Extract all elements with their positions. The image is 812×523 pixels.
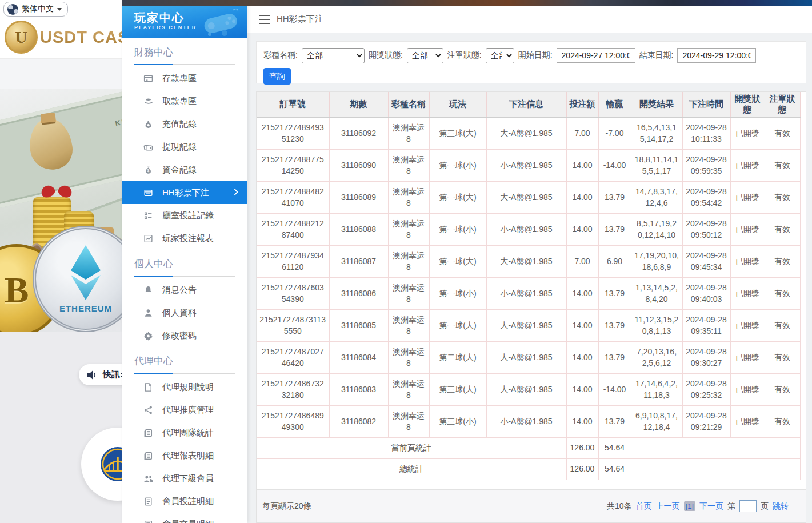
table-cell: 澳洲幸运8 xyxy=(388,341,429,373)
sidebar-item-label: 代理報表明細 xyxy=(162,450,214,461)
table-cell: 第三球(大) xyxy=(429,117,486,149)
doc-icon xyxy=(143,382,153,392)
table-cell: 第三球(小) xyxy=(429,405,486,437)
jump-link[interactable]: 跳转 xyxy=(773,501,789,512)
column-header: 開獎結果 xyxy=(631,92,682,117)
page-title: HH彩票下注 xyxy=(277,14,323,25)
table-cell: 2024-09-28 09:50:12 xyxy=(682,213,730,245)
table-cell: 31186086 xyxy=(329,277,388,309)
current-page-badge[interactable]: [1] xyxy=(684,501,695,511)
menu-toggle-icon[interactable] xyxy=(259,15,270,24)
table-cell: 14.00 xyxy=(566,181,598,213)
table-cell: 31186084 xyxy=(329,341,388,373)
sidebar-item-label: 提現記錄 xyxy=(162,142,197,153)
ticker-label: 快訊: xyxy=(103,369,123,380)
table-cell: 2024-09-28 09:25:32 xyxy=(682,373,730,405)
next-page-link[interactable]: 下一页 xyxy=(699,501,723,512)
table-cell: 14.00 xyxy=(566,341,598,373)
main-header: HH彩票下注 xyxy=(247,6,812,33)
table-cell: 2152172748848241070 xyxy=(257,181,329,213)
share-icon xyxy=(143,405,153,415)
start-date-input[interactable] xyxy=(557,48,635,63)
table-cell: 13.79 xyxy=(598,341,631,373)
table-row: 215217274879346112031186087澳洲幸运8第一球(大)大-… xyxy=(257,245,800,277)
sidebar-item-label: 取款專區 xyxy=(162,96,197,107)
sidebar-item-2-0[interactable]: 充值記錄 xyxy=(122,113,247,135)
bets-table-panel: 訂單號期數彩種名稱玩法下注信息投注額輸贏開獎結果下注時間開獎狀態注單狀態 215… xyxy=(256,91,806,523)
summary-bet-total: 126.00 xyxy=(566,437,598,458)
draw-status-select-label: 開獎狀態: xyxy=(369,50,403,61)
sidebar-item-2-1[interactable]: 修改密碼 xyxy=(122,324,247,347)
table-row: 215217274864894930031186082澳洲幸运8第三球(小)小-… xyxy=(257,405,800,437)
doc-lines-icon xyxy=(143,496,153,506)
sidebar-item-0-1[interactable]: 消息公告 xyxy=(122,278,247,301)
table-cell: 31186083 xyxy=(329,373,388,405)
table-cell: 14.00 xyxy=(566,309,598,341)
table-cell: 大-A盤@1.985 xyxy=(486,181,566,213)
summary-label: 總統計 xyxy=(257,458,566,480)
sidebar-item-label: 代理規則說明 xyxy=(162,382,214,393)
table-cell: 第一球(小) xyxy=(429,277,486,309)
sidebar-section-title: 代理中心 xyxy=(134,354,235,368)
table-cell: 小-A盤@1.985 xyxy=(486,405,566,437)
sidebar-item-4-2[interactable]: 代理下級會員 xyxy=(122,467,247,490)
column-header: 訂單號 xyxy=(257,92,329,117)
sidebar-item-7-0[interactable]: 玩家投注報表 xyxy=(122,227,247,250)
table-cell: 31186092 xyxy=(329,117,388,149)
table-cell: 已開獎 xyxy=(730,309,765,341)
table-row: 215217274870274642031186084澳洲幸运8第二球(大)大-… xyxy=(257,341,800,373)
table-cell: 已開獎 xyxy=(730,149,765,181)
table-cell: 11,12,3,15,20,8,1,13 xyxy=(631,309,682,341)
order-status-select[interactable]: 全部 xyxy=(486,48,514,63)
speaker-icon xyxy=(87,370,98,380)
table-cell: 小-A盤@1.985 xyxy=(486,213,566,245)
summary-label: 當前頁統計 xyxy=(257,437,566,458)
sidebar-item-5-2[interactable]: 會員投註明細 xyxy=(122,490,247,513)
sidebar-item-5-0[interactable]: HH彩票下注 xyxy=(122,181,247,204)
red-bow-graphic xyxy=(41,185,72,199)
funds-record-icon: $ xyxy=(143,165,153,175)
filter-panel: 彩種名稱:全部開獎狀態:全部注單狀態:全部開始日期:結束日期: 查詢 xyxy=(256,41,806,83)
draw-status-select[interactable]: 全部 xyxy=(407,48,443,63)
prev-page-link[interactable]: 上一页 xyxy=(656,501,680,512)
column-header: 下注時間 xyxy=(682,92,730,117)
sidebar-item-6-2[interactable]: 會員交易明細 xyxy=(122,513,247,523)
table-cell: 31186088 xyxy=(329,213,388,245)
sidebar-item-0-0[interactable]: 存款專區 xyxy=(122,67,247,90)
sidebar-item-1-0[interactable]: 取款專區 xyxy=(122,90,247,113)
end-date-input[interactable] xyxy=(677,48,756,63)
sidebar-item-3-0[interactable]: 提現記錄 xyxy=(122,135,247,158)
sidebar-item-0-2[interactable]: 代理規則說明 xyxy=(122,376,247,398)
sidebar-item-3-2[interactable]: 代理報表明細 xyxy=(122,444,247,467)
table-cell: 31186089 xyxy=(329,181,388,213)
sidebar-item-6-0[interactable]: 廳室投註記錄 xyxy=(122,204,247,227)
table-cell: 13.79 xyxy=(598,181,631,213)
sidebar-item-label: 玩家投注報表 xyxy=(162,233,214,244)
sidebar-item-1-1[interactable]: 個人資料 xyxy=(122,301,247,324)
table-cell: -7.00 xyxy=(598,117,631,149)
table-cell: 第一球(大) xyxy=(429,181,486,213)
table-row: 215217274884824107031186089澳洲幸运8第一球(大)大-… xyxy=(257,181,800,213)
table-cell: 2152172748702746420 xyxy=(257,341,329,373)
sidebar-item-2-2[interactable]: 代理團隊統計 xyxy=(122,421,247,444)
table-cell: 2152172748648949300 xyxy=(257,405,329,437)
sidebar-item-4-0[interactable]: $資金記錄 xyxy=(122,158,247,181)
page-number-input[interactable] xyxy=(739,500,757,512)
first-page-link[interactable]: 首页 xyxy=(636,501,652,512)
user-icon xyxy=(143,308,153,318)
table-cell: 已開獎 xyxy=(730,245,765,277)
table-cell: 有效 xyxy=(765,341,800,373)
sidebar-item-1-2[interactable]: 代理推廣管理 xyxy=(122,398,247,421)
pagination-bar: 每頁顯示20條 共10条 首页 上一页 [1] 下一页 第 页 跳转 xyxy=(257,489,806,522)
summary-win-total: 54.64 xyxy=(598,458,631,480)
table-row: 215217274867323218031186083澳洲幸运8第三球(大)大-… xyxy=(257,373,800,405)
lottery-name-select[interactable]: 全部 xyxy=(302,48,365,63)
order-status-select-label: 注單狀態: xyxy=(447,50,482,61)
table-cell: 第二球(大) xyxy=(429,341,486,373)
language-selector[interactable]: 繁体中文 xyxy=(3,2,68,17)
table-cell: 2024-09-28 09:40:03 xyxy=(682,277,730,309)
table-cell: 有效 xyxy=(765,181,800,213)
sidebar-item-label: 個人資料 xyxy=(162,308,197,318)
query-button[interactable]: 查詢 xyxy=(263,68,291,85)
table-cell: 13.79 xyxy=(598,277,631,309)
